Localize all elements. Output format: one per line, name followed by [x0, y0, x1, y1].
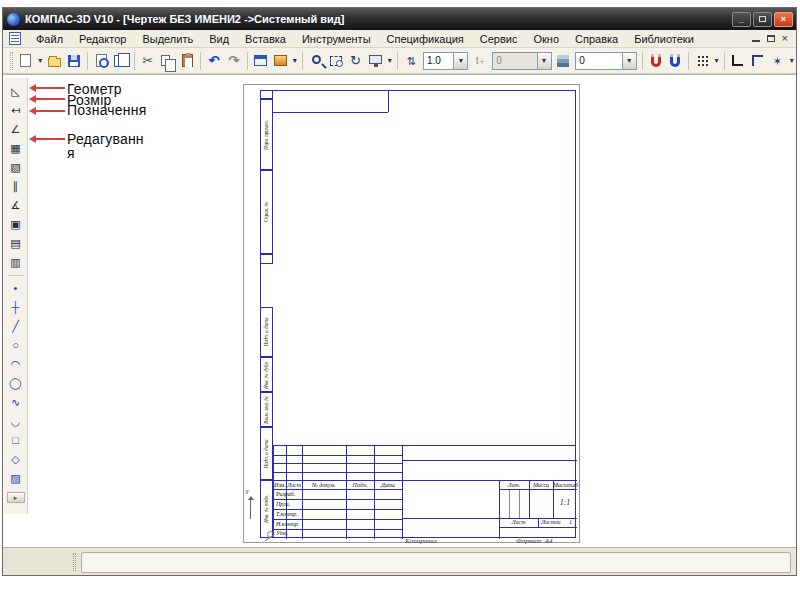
local-cs-icon[interactable]	[728, 51, 748, 71]
mdi-window-controls: ×	[752, 35, 788, 42]
tb-lit-label: Лит.	[499, 482, 529, 488]
menu-item[interactable]: Выделить	[134, 31, 201, 47]
group-overflow-icon[interactable]: ▾	[290, 56, 299, 65]
specification-panel-icon[interactable]: ▤	[7, 234, 25, 252]
auxiliary-line-tool-icon[interactable]: ┼	[7, 298, 25, 316]
reports-panel-icon[interactable]: ▥	[7, 253, 25, 271]
menu-item[interactable]: Редактор	[71, 31, 134, 47]
circle-tool-icon[interactable]: ○	[7, 336, 25, 354]
snap-magnet-blue-icon[interactable]	[665, 51, 685, 71]
close-button[interactable]: ×	[774, 12, 793, 27]
menu-item[interactable]: Спецификация	[379, 31, 472, 47]
copy-icon[interactable]	[158, 51, 178, 71]
side-cell: Подп. и дата	[260, 427, 273, 480]
selection-panel-icon[interactable]: ▣	[7, 215, 25, 233]
tb-scale-value: 1:1	[553, 498, 577, 507]
undo-icon[interactable]: ↶	[204, 51, 224, 71]
tb-scale-label: Масштаб	[553, 482, 577, 488]
zoom-area-icon[interactable]	[326, 51, 346, 71]
annotation-label-designations: Позначення	[67, 103, 149, 117]
sheet-origin-icon	[267, 531, 274, 538]
document-icon	[9, 32, 21, 45]
hatch-tool-icon[interactable]: ▨	[7, 469, 25, 487]
app-icon	[7, 13, 20, 26]
print-preview-icon[interactable]	[91, 51, 111, 71]
new-document-icon[interactable]	[16, 51, 36, 71]
arc-tool-icon[interactable]: ◠	[7, 355, 25, 373]
layer-combo[interactable]: 0▼	[575, 52, 636, 70]
tb-mass-label: Масса	[529, 482, 553, 488]
side-cell: Перв. примен.	[260, 99, 273, 170]
property-bar-grip[interactable]	[73, 553, 76, 571]
point-tool-icon[interactable]: •	[7, 279, 25, 297]
scale-icon[interactable]: ⇅	[401, 51, 421, 71]
segment-tool-icon[interactable]: ╱	[7, 317, 25, 335]
restore-button[interactable]	[753, 12, 772, 27]
ortho-icon[interactable]	[748, 51, 768, 71]
menu-item[interactable]: Справка	[567, 31, 626, 47]
menu-item[interactable]: Окно	[525, 31, 567, 47]
rectangle-tool-icon[interactable]: □	[7, 431, 25, 449]
mdi-minimize-icon[interactable]	[752, 35, 760, 42]
layers-icon[interactable]	[554, 51, 574, 71]
building-designations-panel-icon[interactable]: ▦	[7, 139, 25, 157]
parameterization-panel-icon[interactable]: ∥	[7, 177, 25, 195]
side-cell: Инв. № дубл.	[260, 357, 273, 392]
step-dropdown-icon: ▼	[537, 53, 551, 69]
document-properties-icon[interactable]	[111, 51, 131, 71]
tb-header: Лист	[286, 482, 302, 488]
grid-dropdown-icon[interactable]: ▾	[712, 56, 721, 65]
save-icon[interactable]	[64, 51, 84, 71]
library-manager-icon[interactable]	[270, 51, 290, 71]
side-cell: Инв. № подл.	[260, 480, 273, 538]
zoom-icon[interactable]	[306, 51, 326, 71]
cut-icon[interactable]: ✂	[138, 51, 158, 71]
tb-header: № докум.	[302, 482, 346, 488]
fillet-tool-icon[interactable]: ◡	[7, 412, 25, 430]
designations-panel-icon[interactable]: ∠	[7, 120, 25, 138]
toolbar-overflow-icon[interactable]: ▾	[787, 56, 796, 65]
compact-panel: ◺↤∠▦▧∥∡▣▤▥ •┼╱○◠◯∿◡□◇▨ ▸	[4, 78, 28, 514]
open-folder-icon[interactable]	[45, 51, 65, 71]
title-block: Изм. Лист № докум. Подп. Дата Разраб. Пр…	[273, 445, 576, 538]
panel-expand-handle[interactable]: ▸	[7, 492, 25, 503]
curve-tool-icon[interactable]: ∿	[7, 393, 25, 411]
menu-item[interactable]: Вставка	[237, 31, 294, 47]
menu-item[interactable]: Инструменты	[294, 31, 379, 47]
paste-icon[interactable]	[177, 51, 197, 71]
toolbar-grip[interactable]	[10, 52, 13, 70]
grid-icon[interactable]	[692, 51, 712, 71]
tb-header: Изм.	[274, 482, 286, 488]
menu-item[interactable]: Библиотеки	[626, 31, 702, 47]
redo-icon[interactable]: ↷	[224, 51, 244, 71]
minimize-button[interactable]: _	[732, 12, 751, 27]
mdi-restore-icon[interactable]	[767, 35, 775, 42]
geometry-panel-icon[interactable]: ◺	[7, 82, 25, 100]
menu-item[interactable]: Сервис	[472, 31, 526, 47]
annotation-arrow-dimensions	[32, 98, 65, 100]
measurements-panel-icon[interactable]: ∡	[7, 196, 25, 214]
zoom-overflow-icon[interactable]: ▾	[385, 56, 394, 65]
snap-settings-icon[interactable]: ✶	[767, 51, 787, 71]
variables-window-icon[interactable]	[251, 51, 271, 71]
side-cell: Справ. №	[260, 170, 273, 254]
tb-row-label: Пров.	[276, 501, 290, 507]
scale-combo[interactable]: 1.0▼	[423, 52, 469, 70]
ellipse-tool-icon[interactable]: ◯	[7, 374, 25, 392]
property-panel	[81, 552, 791, 573]
copied-label: Копировал	[381, 537, 461, 545]
snap-magnet-icon[interactable]	[646, 51, 666, 71]
slide-background: КОМПАС-3D V10 - [Чертеж БЕЗ ИМЕНИ2 ->Сис…	[0, 0, 800, 600]
menu-item[interactable]: Вид	[201, 31, 237, 47]
refresh-icon[interactable]: ↻	[346, 51, 366, 71]
editing-panel-icon[interactable]: ▧	[7, 158, 25, 176]
new-dropdown-icon[interactable]: ▾	[36, 56, 45, 65]
show-document-icon[interactable]	[365, 51, 385, 71]
polygon-tool-icon[interactable]: ◇	[7, 450, 25, 468]
mdi-close-icon[interactable]: ×	[782, 35, 788, 42]
dimensions-panel-icon[interactable]: ↤	[7, 101, 25, 119]
property-bar	[3, 547, 796, 575]
window-title: КОМПАС-3D V10 - [Чертеж БЕЗ ИМЕНИ2 ->Сис…	[25, 13, 732, 25]
menu-item[interactable]: Файл	[28, 31, 71, 47]
annotation-arrow-editing	[32, 138, 65, 140]
